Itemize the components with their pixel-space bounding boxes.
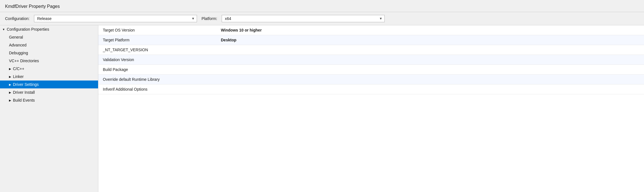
- property-value-3: [216, 55, 644, 65]
- property-value-6: [216, 84, 644, 94]
- sidebar-item-config-properties[interactable]: ▼Configuration Properties: [0, 25, 98, 33]
- toolbar: Configuration: ReleaseDebugAll Configura…: [0, 12, 644, 25]
- title-bar: KmdfDriver Property Pages: [0, 0, 644, 12]
- property-pages-window: KmdfDriver Property Pages Configuration:…: [0, 0, 644, 192]
- cpp-triangle-icon: ▶: [9, 67, 11, 70]
- sidebar-label-config-properties: Configuration Properties: [7, 27, 49, 32]
- sidebar-label-general: General: [9, 35, 23, 39]
- content-area: ▼Configuration PropertiesGeneralAdvanced…: [0, 25, 644, 192]
- configuration-select[interactable]: ReleaseDebugAll Configurations: [34, 15, 197, 22]
- platform-label: Platform:: [201, 16, 217, 21]
- driver-install-triangle-icon: ▶: [9, 91, 11, 94]
- platform-select-wrapper: x64x86ARMARM64 ▼: [222, 15, 385, 22]
- table-row[interactable]: Infverif Additional Options: [98, 84, 644, 94]
- sidebar-label-vc-directories: VC++ Directories: [9, 59, 39, 63]
- config-properties-triangle-icon: ▼: [2, 28, 5, 31]
- table-row[interactable]: _NT_TARGET_VERSION: [98, 45, 644, 55]
- property-value-5: [216, 75, 644, 84]
- configuration-label: Configuration:: [5, 16, 30, 21]
- table-row[interactable]: Build Package: [98, 65, 644, 75]
- sidebar-label-linker: Linker: [13, 74, 24, 79]
- sidebar-label-advanced: Advanced: [9, 43, 26, 47]
- sidebar: ▼Configuration PropertiesGeneralAdvanced…: [0, 25, 98, 192]
- sidebar-label-driver-settings: Driver Settings: [13, 82, 39, 87]
- property-name-1: Target Platform: [98, 35, 216, 45]
- sidebar-item-build-events[interactable]: ▶Build Events: [0, 96, 98, 104]
- table-row[interactable]: Target OS VersionWindows 10 or higher: [98, 25, 644, 35]
- property-name-5: Override default Runtime Library: [98, 75, 216, 84]
- property-name-0: Target OS Version: [98, 25, 216, 35]
- sidebar-item-driver-install[interactable]: ▶Driver Install: [0, 88, 98, 96]
- table-row[interactable]: Validation Version: [98, 55, 644, 65]
- property-value-1: Desktop: [216, 35, 644, 45]
- main-content: Target OS VersionWindows 10 or higherTar…: [98, 25, 644, 192]
- linker-triangle-icon: ▶: [9, 75, 11, 78]
- sidebar-item-driver-settings[interactable]: ▶Driver Settings: [0, 81, 98, 88]
- build-events-triangle-icon: ▶: [9, 99, 11, 102]
- sidebar-label-build-events: Build Events: [13, 98, 35, 102]
- property-name-4: Build Package: [98, 65, 216, 75]
- sidebar-item-linker[interactable]: ▶Linker: [0, 73, 98, 81]
- platform-select[interactable]: x64x86ARMARM64: [222, 15, 385, 22]
- property-value-2: [216, 45, 644, 55]
- configuration-select-wrapper: ReleaseDebugAll Configurations ▼: [34, 15, 197, 22]
- sidebar-item-advanced[interactable]: Advanced: [0, 41, 98, 49]
- property-name-2: _NT_TARGET_VERSION: [98, 45, 216, 55]
- property-value-0: Windows 10 or higher: [216, 25, 644, 35]
- sidebar-label-driver-install: Driver Install: [13, 90, 35, 95]
- sidebar-label-cpp: C/C++: [13, 66, 24, 71]
- sidebar-label-debugging: Debugging: [9, 51, 28, 55]
- sidebar-item-general[interactable]: General: [0, 33, 98, 41]
- driver-settings-triangle-icon: ▶: [9, 83, 11, 86]
- table-row[interactable]: Target PlatformDesktop: [98, 35, 644, 45]
- property-value-4: [216, 65, 644, 75]
- sidebar-item-debugging[interactable]: Debugging: [0, 49, 98, 57]
- table-row[interactable]: Override default Runtime Library: [98, 75, 644, 84]
- properties-table: Target OS VersionWindows 10 or higherTar…: [98, 25, 644, 94]
- window-title: KmdfDriver Property Pages: [5, 4, 60, 9]
- property-name-3: Validation Version: [98, 55, 216, 65]
- property-name-6: Infverif Additional Options: [98, 84, 216, 94]
- sidebar-item-vc-directories[interactable]: VC++ Directories: [0, 57, 98, 65]
- sidebar-item-cpp[interactable]: ▶C/C++: [0, 65, 98, 73]
